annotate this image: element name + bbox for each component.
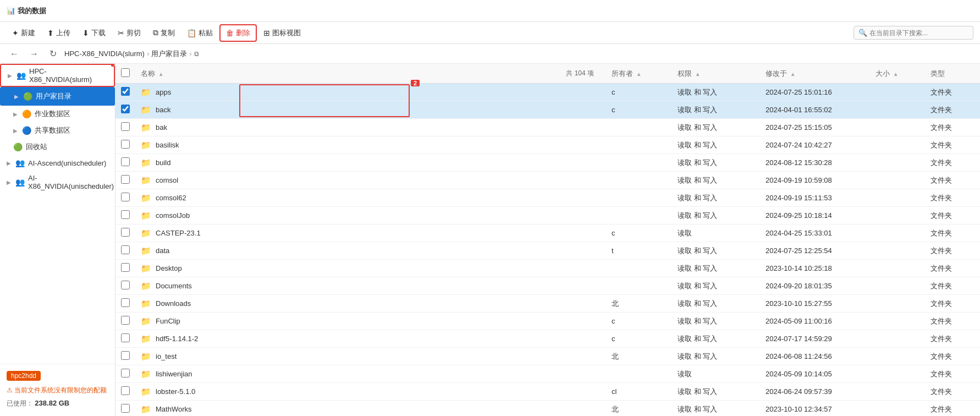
- table-row[interactable]: 📁 basilisk 读取 和 写入 2024-07-24 10:42:27 文…: [115, 136, 980, 154]
- sidebar-item-ai-ascend[interactable]: ▶ 👥 AI-Ascend(unischeduler): [0, 155, 115, 171]
- table-row[interactable]: 📁 comsol62 读取 和 写入 2024-09-19 15:11:53 文…: [115, 189, 980, 207]
- row-checkbox[interactable]: [121, 281, 130, 289]
- table-row[interactable]: 📁 lobster-5.1.0 cl 读取 和 写入 2024-06-24 09…: [115, 383, 980, 401]
- table-row[interactable]: 📁 MathWorks 北 读取 和 写入 2023-10-10 12:34:5…: [115, 401, 980, 417]
- row-name-cell[interactable]: 📁 data: [135, 242, 606, 260]
- row-checkbox-cell[interactable]: [115, 84, 135, 101]
- table-row[interactable]: 📁 Downloads 北 读取 和 写入 2023-10-10 15:27:5…: [115, 295, 980, 313]
- row-checkbox-cell[interactable]: [115, 101, 135, 119]
- table-row[interactable]: 📁 hdf5-1.14.1-2 c 读取 和 写入 2024-07-17 14:…: [115, 330, 980, 348]
- th-size[interactable]: 大小 ▲: [870, 64, 925, 84]
- row-checkbox[interactable]: [121, 105, 130, 113]
- row-checkbox-cell[interactable]: [115, 154, 135, 172]
- sidebar-item-work-data[interactable]: ▶ 🟠 作业数据区: [0, 106, 115, 122]
- row-checkbox-cell[interactable]: [115, 383, 135, 401]
- row-checkbox[interactable]: [121, 316, 130, 325]
- search-box[interactable]: 🔍: [854, 26, 973, 40]
- new-button[interactable]: ✦ 新建: [7, 25, 41, 41]
- th-checkbox[interactable]: [115, 64, 135, 84]
- row-checkbox-cell[interactable]: [115, 330, 135, 348]
- cut-button[interactable]: ✂ 剪切: [112, 25, 146, 41]
- table-row[interactable]: 📁 Documents 读取 和 写入 2024-09-20 18:01:35 …: [115, 277, 980, 295]
- back-button[interactable]: ←: [7, 48, 22, 60]
- sidebar-item-hpc-x86-nvidia-slurm[interactable]: ▶ 👥 HPC-X86_NVIDIA(slurm) 1: [0, 64, 115, 87]
- row-name-cell[interactable]: 📁 comsol62: [135, 189, 606, 207]
- row-name-cell[interactable]: 📁 bak: [135, 119, 606, 136]
- row-checkbox-cell[interactable]: [115, 348, 135, 365]
- table-row[interactable]: 📁 io_test 北 读取 和 写入 2024-06-08 11:24:56 …: [115, 348, 980, 365]
- row-checkbox-cell[interactable]: [115, 365, 135, 383]
- row-name-cell[interactable]: 📁 comsol: [135, 172, 606, 189]
- th-type[interactable]: 类型: [925, 64, 980, 84]
- row-name-cell[interactable]: 📁 build: [135, 154, 606, 172]
- row-name-cell[interactable]: 📁 apps: [135, 84, 606, 101]
- select-all-checkbox[interactable]: [121, 68, 130, 77]
- row-checkbox-cell[interactable]: [115, 242, 135, 260]
- row-checkbox-cell[interactable]: [115, 189, 135, 207]
- row-checkbox-cell[interactable]: [115, 119, 135, 136]
- breadcrumb-current[interactable]: 用户家目录: [151, 49, 187, 59]
- sidebar-item-recycle[interactable]: 🟢 回收站: [0, 139, 115, 155]
- th-name[interactable]: 名称 ▲ 共 104 项: [135, 64, 606, 84]
- row-checkbox[interactable]: [121, 175, 130, 184]
- row-name-cell[interactable]: 📁 io_test: [135, 348, 606, 365]
- view-button[interactable]: ⊞ 图标视图: [258, 25, 306, 41]
- th-modified[interactable]: 修改于 ▲: [760, 64, 870, 84]
- download-button[interactable]: ⬇ 下载: [77, 25, 111, 41]
- copy-path-btn[interactable]: ⧉: [194, 50, 199, 58]
- row-checkbox-cell[interactable]: [115, 225, 135, 242]
- row-checkbox-cell[interactable]: [115, 295, 135, 313]
- row-checkbox-cell[interactable]: [115, 136, 135, 154]
- table-row[interactable]: 📁 bak 读取 和 写入 2024-07-25 15:15:05 文件夹: [115, 119, 980, 136]
- row-checkbox-cell[interactable]: [115, 260, 135, 277]
- table-row[interactable]: 📁 FunClip c 读取 和 写入 2024-05-09 11:00:16 …: [115, 313, 980, 330]
- row-checkbox[interactable]: [121, 333, 130, 342]
- row-checkbox[interactable]: [121, 122, 130, 131]
- sidebar-item-shared-data[interactable]: ▶ 🔵 共享数据区: [0, 122, 115, 139]
- row-name-cell[interactable]: 📁 CASTEP-23.1: [135, 225, 606, 242]
- table-row[interactable]: 📁 build 读取 和 写入 2024-08-12 15:30:28 文件夹: [115, 154, 980, 172]
- row-checkbox[interactable]: [121, 369, 130, 377]
- row-checkbox[interactable]: [121, 245, 130, 254]
- sidebar-item-ai-x86-nvidia[interactable]: ▶ 👥 AI-X86_NVIDIA(unischeduler): [0, 171, 115, 194]
- row-name-cell[interactable]: 📁 Desktop: [135, 260, 606, 277]
- breadcrumb-root[interactable]: HPC-X86_NVIDIA(slurm): [64, 50, 145, 58]
- delete-button[interactable]: 🗑 删除: [219, 24, 257, 42]
- row-checkbox-cell[interactable]: [115, 401, 135, 417]
- row-checkbox-cell[interactable]: [115, 207, 135, 225]
- row-name-cell[interactable]: 📁 lishiwenjian: [135, 365, 606, 383]
- row-name-cell[interactable]: 📁 basilisk: [135, 136, 606, 154]
- row-checkbox[interactable]: [121, 263, 130, 272]
- row-checkbox[interactable]: [121, 351, 130, 360]
- copy-button[interactable]: ⧉ 复制: [147, 25, 180, 41]
- row-checkbox-cell[interactable]: [115, 172, 135, 189]
- th-owner[interactable]: 所有者 ▲: [606, 64, 672, 84]
- row-checkbox[interactable]: [121, 210, 130, 219]
- forward-button[interactable]: →: [26, 48, 42, 60]
- table-row[interactable]: 📁 lishiwenjian 读取 2024-05-09 10:14:05 文件…: [115, 365, 980, 383]
- row-checkbox[interactable]: [121, 157, 130, 166]
- upload-button[interactable]: ⬆ 上传: [42, 25, 76, 41]
- row-name-cell[interactable]: 📁 MathWorks: [135, 401, 606, 417]
- table-row[interactable]: 📁 back c 读取 和 写入 2024-04-01 16:55:02 文件夹: [115, 101, 980, 119]
- row-checkbox-cell[interactable]: [115, 313, 135, 330]
- row-checkbox-cell[interactable]: [115, 277, 135, 295]
- row-checkbox[interactable]: [121, 228, 130, 237]
- table-row[interactable]: 📁 apps c 读取 和 写入 2024-07-25 15:01:16 文件夹: [115, 84, 980, 101]
- sidebar-tag[interactable]: hpc2hdd: [7, 371, 41, 381]
- paste-button[interactable]: 📋 粘贴: [181, 25, 218, 41]
- table-row[interactable]: 📁 comsol 读取 和 写入 2024-09-19 10:59:08 文件夹: [115, 172, 980, 189]
- table-row[interactable]: 📁 data t 读取 和 写入 2024-07-25 12:25:54 文件夹: [115, 242, 980, 260]
- search-input[interactable]: [869, 29, 968, 37]
- row-name-cell[interactable]: 📁 Downloads: [135, 295, 606, 313]
- row-checkbox[interactable]: [121, 386, 130, 395]
- refresh-button[interactable]: ↻: [46, 47, 60, 60]
- row-checkbox[interactable]: [121, 298, 130, 307]
- table-row[interactable]: 📁 CASTEP-23.1 c 读取 2024-04-25 15:33:01 文…: [115, 225, 980, 242]
- th-perm[interactable]: 权限 ▲: [672, 64, 760, 84]
- table-row[interactable]: 📁 Desktop 读取 和 写入 2023-10-14 10:25:18 文件…: [115, 260, 980, 277]
- row-checkbox[interactable]: [121, 87, 130, 96]
- row-checkbox[interactable]: [121, 193, 130, 201]
- row-name-cell[interactable]: 📁 lobster-5.1.0: [135, 383, 606, 401]
- table-row[interactable]: 📁 comsolJob 读取 和 写入 2024-09-25 10:18:14 …: [115, 207, 980, 225]
